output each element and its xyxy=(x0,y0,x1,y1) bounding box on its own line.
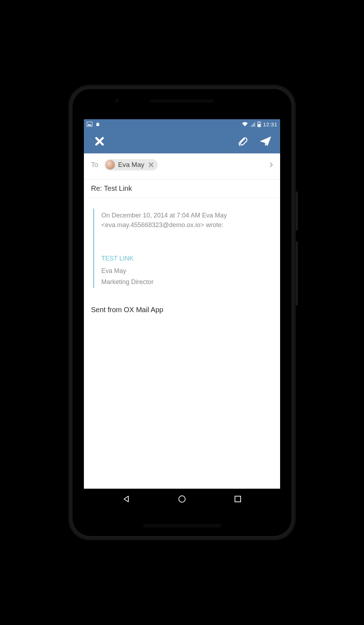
signature-text: Sent from OX Mail App xyxy=(91,306,273,314)
back-button[interactable] xyxy=(121,494,131,504)
recipient-chip[interactable]: Eva May xyxy=(105,159,158,170)
app-bar xyxy=(84,129,280,153)
screen: 12:31 To Eva May xyxy=(84,119,280,509)
svg-point-11 xyxy=(179,496,185,502)
svg-rect-12 xyxy=(235,496,241,502)
to-label: To xyxy=(91,161,98,169)
attach-button[interactable] xyxy=(235,134,250,149)
phone-power-button xyxy=(296,191,298,231)
status-bar: 12:31 xyxy=(84,119,280,129)
phone-speaker xyxy=(150,99,214,103)
message-body[interactable]: On December 10, 2014 at 7:04 AM Eva May … xyxy=(84,198,280,489)
paperclip-icon xyxy=(237,136,248,147)
remove-recipient-button[interactable] xyxy=(147,162,155,167)
quote-block: On December 10, 2014 at 7:04 AM Eva May … xyxy=(93,209,273,288)
send-icon xyxy=(259,136,272,147)
avatar xyxy=(105,160,115,170)
close-icon xyxy=(95,136,105,146)
phone-frame: 12:31 To Eva May xyxy=(68,85,296,540)
to-row[interactable]: To Eva May xyxy=(84,153,280,179)
circle-home-icon xyxy=(178,495,186,503)
close-button[interactable] xyxy=(92,134,107,148)
expand-recipients-button[interactable] xyxy=(269,162,273,168)
image-icon xyxy=(87,122,92,127)
chevron-right-icon xyxy=(269,162,273,168)
phone-camera xyxy=(115,99,119,103)
phone-bottom-speaker xyxy=(143,524,221,527)
svg-point-3 xyxy=(98,124,99,124)
triangle-back-icon xyxy=(122,495,130,503)
subject-input[interactable]: Re: Test Link xyxy=(91,184,273,193)
svg-rect-0 xyxy=(87,122,92,127)
close-icon xyxy=(149,162,154,167)
quote-header: On December 10, 2014 at 7:04 AM Eva May … xyxy=(101,211,273,230)
svg-point-2 xyxy=(97,124,97,124)
android-nav-bar xyxy=(84,489,280,509)
wifi-icon xyxy=(242,122,248,127)
svg-rect-8 xyxy=(258,122,260,122)
battery-icon xyxy=(257,121,261,127)
quote-link[interactable]: TEST LINK xyxy=(101,255,273,262)
recent-apps-button[interactable] xyxy=(233,494,243,504)
send-button[interactable] xyxy=(257,134,274,149)
android-icon xyxy=(95,122,100,127)
quote-signature-name: Eva May xyxy=(101,267,273,275)
phone-volume-button xyxy=(296,241,298,305)
svg-marker-6 xyxy=(250,122,255,127)
square-recent-icon xyxy=(234,495,241,503)
recipient-name: Eva May xyxy=(118,161,144,169)
svg-marker-1 xyxy=(87,124,92,126)
quote-signature-title: Marketing Director xyxy=(101,278,273,286)
home-button[interactable] xyxy=(177,494,187,504)
signal-icon xyxy=(250,122,255,127)
subject-row[interactable]: Re: Test Link xyxy=(84,179,280,198)
status-time: 12:31 xyxy=(263,121,277,127)
